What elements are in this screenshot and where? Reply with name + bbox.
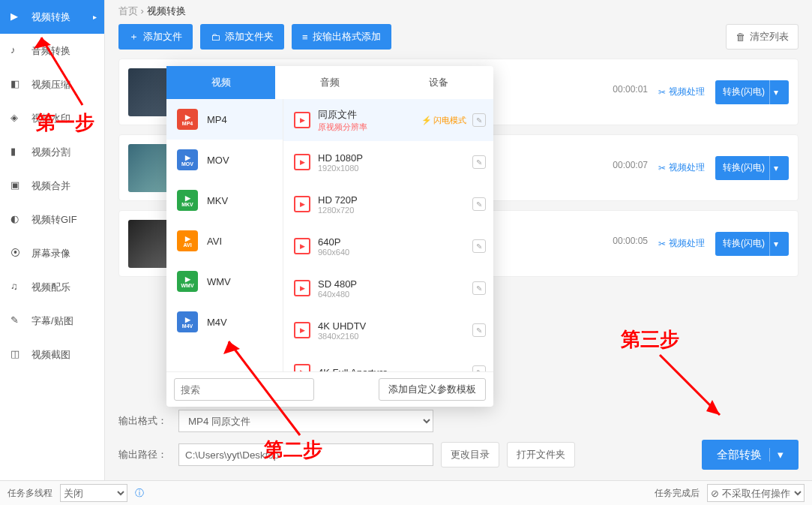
chevron-down-icon[interactable]: ▾ — [769, 80, 781, 104]
add-file-button[interactable]: ＋添加文件 — [118, 24, 193, 50]
compress-icon: ◧ — [10, 78, 24, 92]
split-icon: ▮ — [10, 146, 24, 159]
record-icon: ⦿ — [10, 247, 24, 260]
after-select[interactable]: ⊘ 不采取任何操作 — [707, 484, 805, 502]
edit-icon[interactable]: ✎ — [472, 155, 486, 169]
res-4k[interactable]: ▶4K UHDTV3840x2160✎ — [283, 309, 493, 351]
sidebar-item-video-convert[interactable]: ▶视频转换 — [0, 0, 104, 34]
info-icon[interactable]: ⓘ — [135, 487, 144, 500]
format-mkv[interactable]: MKVMKV — [166, 180, 283, 221]
convert-button[interactable]: 转换(闪电)▾ — [715, 80, 789, 104]
video-icon: ▶ — [294, 154, 310, 170]
add-folder-button[interactable]: 🗀添加文件夹 — [200, 24, 284, 50]
fast-mode-badge: ⚡闪电模式 — [421, 115, 466, 126]
plus-icon: ＋ — [129, 30, 139, 44]
tab-video[interactable]: 视频 — [166, 66, 275, 99]
search-input[interactable] — [174, 378, 314, 401]
status-bar: 任务多线程 关闭 ⓘ 任务完成后 ⊘ 不采取任何操作 — [0, 480, 812, 505]
change-dir-button[interactable]: 更改目录 — [441, 442, 499, 467]
edit-icon[interactable]: ✎ — [472, 239, 486, 253]
edit-icon[interactable]: ✎ — [472, 365, 486, 371]
resolution-column: ▶同原文件原视频分辨率⚡闪电模式✎ ▶HD 1080P1920x1080✎ ▶H… — [283, 99, 493, 371]
scissors-icon: ✂ — [658, 87, 666, 98]
tab-audio[interactable]: 音频 — [275, 66, 384, 99]
video-icon: ▶ — [294, 112, 310, 128]
open-folder-button[interactable]: 打开文件夹 — [507, 442, 575, 467]
sidebar-item-subtitle[interactable]: ✎字幕/贴图 — [0, 304, 104, 338]
convert-button[interactable]: 转换(闪电)▾ — [715, 232, 789, 256]
popup-tabs: 视频 音频 设备 — [166, 66, 493, 99]
wmv-icon: WMV — [177, 271, 198, 292]
chevron-down-icon[interactable]: ▾ — [769, 156, 781, 180]
format-mov[interactable]: MOVMOV — [166, 140, 283, 180]
convert-all-button[interactable]: 全部转换▾ — [702, 440, 799, 470]
res-4k-full[interactable]: ▶4K Full Aperture✎ — [283, 351, 493, 371]
res-720p[interactable]: ▶HD 720P1280x720✎ — [283, 183, 493, 225]
breadcrumb: 首页 › 视频转换 — [105, 0, 812, 21]
gif-icon: ◐ — [10, 213, 24, 227]
popup-footer: 添加自定义参数模板 — [166, 371, 493, 407]
video-process-link[interactable]: ✂视频处理 — [658, 86, 705, 98]
format-wmv[interactable]: WMVWMV — [166, 261, 283, 302]
res-same[interactable]: ▶同原文件原视频分辨率⚡闪电模式✎ — [283, 99, 493, 141]
add-custom-template-button[interactable]: 添加自定义参数模板 — [379, 378, 486, 401]
video-icon: ▶ — [294, 238, 310, 254]
sidebar-item-video-compress[interactable]: ◧视频压缩 — [0, 68, 104, 101]
avi-icon: AVI — [177, 230, 198, 251]
sidebar: ▶视频转换 ♪音频转换 ◧视频压缩 ◈视频水印 ▮视频分割 ▣视频合并 ◐视频转… — [0, 0, 105, 480]
sidebar-item-bgm[interactable]: ♫视频配乐 — [0, 270, 104, 304]
mp4-icon: MP4 — [177, 109, 198, 130]
format-popup: 视频 音频 设备 MP4MP4 MOVMOV MKVMKV AVIAVI WMV… — [166, 66, 493, 407]
list-icon: ≡ — [302, 32, 308, 43]
m4v-icon: M4V — [177, 311, 198, 332]
sidebar-item-gif[interactable]: ◐视频转GIF — [0, 203, 104, 236]
format-m4v[interactable]: M4VM4V — [166, 302, 283, 342]
res-1080p[interactable]: ▶HD 1080P1920x1080✎ — [283, 141, 493, 183]
sidebar-item-watermark[interactable]: ◈视频水印 — [0, 101, 104, 135]
bgm-icon: ♫ — [10, 281, 24, 294]
res-480p[interactable]: ▶SD 480P640x480✎ — [283, 267, 493, 309]
video-icon: ▶ — [294, 322, 310, 338]
tab-device[interactable]: 设备 — [385, 66, 493, 99]
folder-icon: 🗀 — [211, 32, 220, 43]
threads-label: 任务多线程 — [7, 487, 52, 500]
add-by-format-button[interactable]: ≡按输出格式添加 — [292, 24, 391, 50]
video-process-link[interactable]: ✂视频处理 — [658, 237, 705, 250]
watermark-icon: ◈ — [10, 112, 24, 125]
edit-icon[interactable]: ✎ — [472, 197, 486, 211]
chevron-down-icon[interactable]: ▾ — [769, 232, 781, 256]
out-format-select[interactable]: MP4 同原文件 — [178, 410, 433, 432]
out-path-label: 输出路径： — [118, 448, 171, 461]
edit-icon[interactable]: ✎ — [472, 323, 486, 337]
video-process-link[interactable]: ✂视频处理 — [658, 161, 705, 174]
audio-icon: ♪ — [10, 44, 24, 58]
res-640p[interactable]: ▶640P960x640✎ — [283, 225, 493, 267]
subtitle-icon: ✎ — [10, 314, 24, 328]
output-footer: 输出格式： MP4 同原文件 输出路径： 更改目录 打开文件夹 全部转换▾ — [105, 402, 812, 480]
trash-icon: 🗑 — [736, 32, 745, 43]
format-mp4[interactable]: MP4MP4 — [166, 99, 283, 140]
scissors-icon: ✂ — [658, 163, 666, 173]
video-icon: ▶ — [294, 196, 310, 212]
video-icon: ▶ — [294, 364, 310, 371]
after-label: 任务完成后 — [655, 487, 700, 500]
scissors-icon: ✂ — [658, 239, 666, 249]
out-path-input[interactable] — [178, 443, 433, 466]
edit-icon[interactable]: ✎ — [472, 113, 486, 127]
edit-icon[interactable]: ✎ — [472, 281, 486, 295]
sidebar-item-screenshot[interactable]: ◫视频截图 — [0, 338, 104, 371]
convert-button[interactable]: 转换(闪电)▾ — [715, 156, 789, 180]
screenshot-icon: ◫ — [10, 348, 24, 362]
chevron-down-icon[interactable]: ▾ — [769, 448, 784, 461]
sidebar-item-record[interactable]: ⦿屏幕录像 — [0, 236, 104, 270]
clear-list-button[interactable]: 🗑清空列表 — [726, 24, 799, 50]
out-format-label: 输出格式： — [118, 414, 171, 428]
sidebar-item-split[interactable]: ▮视频分割 — [0, 135, 104, 169]
sidebar-item-merge[interactable]: ▣视频合并 — [0, 169, 104, 203]
mkv-icon: MKV — [177, 190, 198, 211]
threads-select[interactable]: 关闭 — [60, 484, 127, 502]
format-avi[interactable]: AVIAVI — [166, 221, 283, 261]
sidebar-item-audio-convert[interactable]: ♪音频转换 — [0, 34, 104, 68]
merge-icon: ▣ — [10, 179, 24, 193]
format-column: MP4MP4 MOVMOV MKVMKV AVIAVI WMVWMV M4VM4… — [166, 99, 283, 371]
